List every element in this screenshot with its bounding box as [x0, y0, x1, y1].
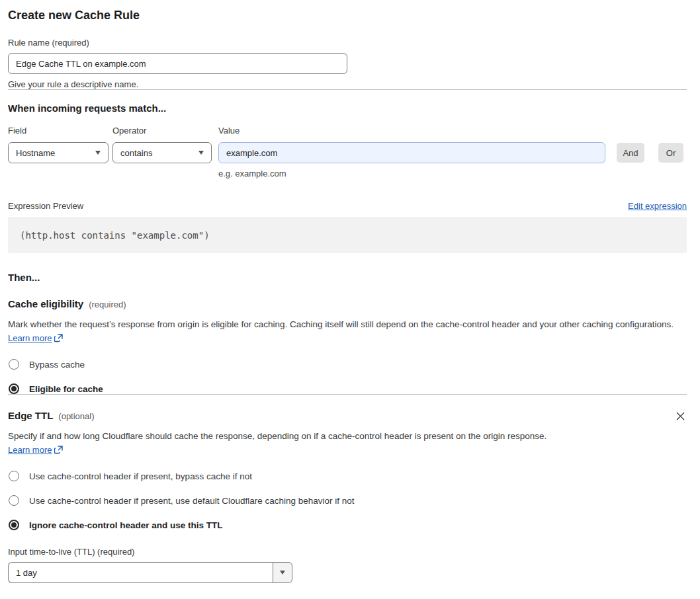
use-header-default-radio[interactable]: Use cache-control header if present, use…: [8, 495, 687, 506]
ttl-input[interactable]: [8, 562, 273, 583]
field-select[interactable]: Hostname: [8, 142, 109, 163]
expression-preview-label: Expression Preview: [8, 201, 83, 211]
cache-eligibility-learn-more-link[interactable]: Learn more: [8, 333, 52, 343]
bypass-cache-label: Bypass cache: [29, 360, 85, 370]
field-select-value: Hostname: [16, 148, 55, 158]
expression-code-box: (http.host contains "example.com"): [8, 217, 687, 253]
section-divider: [8, 89, 687, 90]
operator-select[interactable]: contains: [112, 142, 212, 163]
rule-name-label: Rule name (required): [8, 38, 687, 48]
ignore-header-ttl-radio[interactable]: Ignore cache-control header and use this…: [8, 520, 687, 530]
match-heading: When incoming requests match...: [8, 102, 687, 114]
ttl-dropdown-button[interactable]: [273, 562, 292, 583]
cache-eligibility-section: Cache eligibility (required) Mark whethe…: [8, 298, 687, 394]
edge-ttl-head: Edge TTL (optional): [8, 410, 687, 421]
section-divider: [8, 394, 687, 395]
eligible-for-cache-label: Eligible for cache: [29, 384, 103, 394]
ignore-header-ttl-label: Ignore cache-control header and use this…: [29, 520, 223, 530]
cache-eligibility-head: Cache eligibility (required): [8, 298, 687, 309]
use-header-bypass-radio[interactable]: Use cache-control header if present, byp…: [8, 471, 687, 481]
or-button[interactable]: Or: [658, 143, 683, 163]
chevron-down-icon: [198, 151, 204, 155]
and-button[interactable]: And: [617, 143, 644, 163]
rule-name-help: Give your rule a descriptive name.: [8, 79, 687, 89]
operator-select-value: contains: [120, 148, 152, 158]
edge-ttl-qualifier: (optional): [58, 411, 94, 421]
edge-ttl-learn-more-link[interactable]: Learn more: [8, 445, 52, 455]
edit-expression-link[interactable]: Edit expression: [628, 201, 687, 211]
radio-unselected-icon[interactable]: [9, 359, 19, 370]
operator-label: Operator: [112, 126, 218, 136]
cache-eligibility-description-text: Mark whether the request’s response from…: [8, 319, 674, 329]
radio-unselected-icon[interactable]: [9, 495, 19, 506]
radio-selected-icon[interactable]: [9, 383, 19, 394]
edge-ttl-title: Edge TTL: [8, 410, 53, 421]
expression-code: (http.host contains "example.com"): [20, 230, 210, 241]
ttl-input-label: Input time-to-live (TTL) (required): [8, 547, 687, 557]
match-labels-row: Field Operator Value: [8, 126, 687, 136]
external-link-icon: [54, 446, 63, 454]
eligible-for-cache-radio[interactable]: Eligible for cache: [8, 383, 687, 394]
expression-preview-row: Expression Preview Edit expression: [8, 201, 687, 211]
rule-name-section: Rule name (required) Give your rule a de…: [8, 38, 687, 89]
cache-eligibility-title: Cache eligibility: [8, 298, 83, 309]
cache-eligibility-description: Mark whether the request’s response from…: [8, 317, 687, 345]
edge-ttl-description-text: Specify if and how long Cloudflare shoul…: [8, 431, 547, 441]
match-controls-row: Hostname contains And Or: [8, 142, 687, 163]
page-title: Create new Cache Rule: [8, 9, 687, 22]
field-label: Field: [8, 126, 112, 136]
value-example-help: e.g. example.com: [218, 169, 687, 179]
rule-name-input[interactable]: [8, 53, 347, 74]
use-header-bypass-label: Use cache-control header if present, byp…: [29, 471, 252, 481]
edge-ttl-section: Edge TTL (optional) Specify if and how l…: [8, 410, 687, 583]
external-link-icon: [54, 334, 63, 342]
close-icon: [676, 411, 685, 421]
bypass-cache-radio[interactable]: Bypass cache: [8, 359, 687, 370]
match-section: When incoming requests match... Field Op…: [8, 102, 687, 179]
then-heading: Then...: [8, 272, 687, 283]
chevron-down-icon: [280, 571, 285, 575]
close-edge-ttl-button[interactable]: [674, 410, 686, 422]
radio-selected-icon[interactable]: [9, 520, 19, 530]
value-label: Value: [218, 126, 240, 136]
ttl-combo: [8, 562, 292, 583]
create-cache-rule-form: Create new Cache Rule Rule name (require…: [0, 0, 700, 591]
radio-unselected-icon[interactable]: [9, 471, 19, 481]
value-input[interactable]: [218, 142, 605, 163]
chevron-down-icon: [95, 151, 101, 155]
cache-eligibility-qualifier: (required): [89, 300, 126, 309]
use-header-default-label: Use cache-control header if present, use…: [29, 496, 355, 506]
edge-ttl-description: Specify if and how long Cloudflare shoul…: [8, 429, 562, 457]
